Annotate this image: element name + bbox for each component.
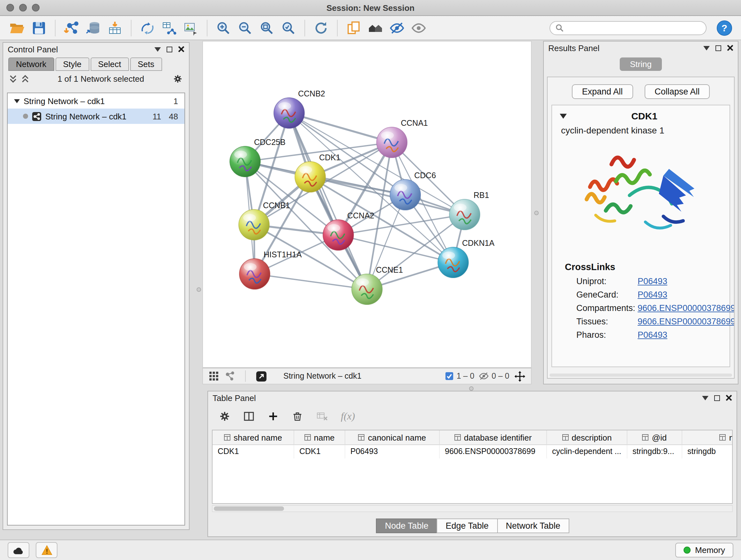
panel-float-icon[interactable] — [166, 46, 172, 52]
panel-menu-icon[interactable] — [154, 47, 161, 51]
copy-document-button[interactable] — [343, 18, 364, 37]
new-network-button[interactable] — [137, 18, 158, 37]
network-edge[interactable] — [255, 274, 367, 289]
help-button[interactable]: ? — [717, 20, 732, 36]
collapse-all-button[interactable]: Collapse All — [644, 84, 710, 99]
selected-checkbox-icon[interactable] — [445, 372, 454, 381]
delete-column-trash-icon[interactable] — [291, 410, 304, 423]
open-session-button[interactable] — [7, 18, 27, 37]
network-node[interactable]: RB1 — [449, 191, 489, 230]
zoom-fit-button[interactable] — [257, 18, 277, 37]
table-cell[interactable]: stringdb:9... — [627, 445, 682, 458]
splitter-handle[interactable] — [197, 287, 201, 292]
grid-view-icon[interactable] — [208, 370, 219, 382]
crosslink-value[interactable]: 9606.ENSP00000378699 — [637, 303, 735, 313]
section-expander-icon[interactable] — [560, 113, 567, 118]
panel-float-icon[interactable] — [716, 45, 721, 51]
show-all-button[interactable] — [408, 18, 429, 37]
column-header[interactable]: canonical name — [345, 430, 440, 445]
panel-float-icon[interactable] — [714, 395, 720, 401]
expand-all-button[interactable]: Expand All — [572, 84, 633, 99]
splitter-handle[interactable] — [469, 386, 474, 391]
function-builder-button[interactable]: f(x) — [341, 411, 355, 422]
network-edge[interactable] — [289, 113, 367, 289]
detach-view-icon[interactable] — [255, 370, 267, 382]
column-header[interactable]: database identifier — [440, 430, 547, 445]
string-tab[interactable]: String — [620, 57, 662, 71]
column-header[interactable]: namespace — [682, 430, 733, 445]
panel-close-icon[interactable] — [178, 46, 185, 52]
table-cell[interactable]: cyclin-dependent ... — [547, 445, 627, 458]
column-header[interactable]: @id — [627, 430, 682, 445]
network-overview-icon[interactable] — [224, 370, 235, 382]
import-network-from-database-button[interactable] — [83, 18, 104, 37]
network-node[interactable]: CCNA1 — [377, 118, 428, 158]
crosslink-value[interactable]: 9606.ENSP00000378699 — [637, 317, 735, 326]
table-cell[interactable]: 9606.ENSP00000378699 — [440, 445, 547, 458]
scrollbar-thumb[interactable] — [214, 506, 284, 511]
options-gear-icon[interactable] — [172, 73, 183, 84]
delete-table-icon[interactable] — [315, 410, 329, 423]
minimize-window-button[interactable] — [19, 4, 27, 11]
tab-sets[interactable]: Sets — [130, 57, 162, 71]
panel-menu-icon[interactable] — [702, 395, 709, 400]
table-horizontal-scrollbar[interactable] — [212, 505, 733, 512]
column-header[interactable]: shared name — [212, 430, 294, 445]
cloud-status-button[interactable] — [8, 542, 29, 558]
network-node[interactable]: HIST1H1A — [239, 250, 302, 289]
zoom-out-button[interactable] — [235, 18, 255, 37]
network-from-table-button[interactable] — [159, 18, 179, 37]
panel-menu-icon[interactable] — [703, 46, 710, 50]
crosslink-value[interactable]: P06493 — [637, 330, 667, 340]
table-cell[interactable]: P06493 — [345, 445, 440, 458]
zoom-window-button[interactable] — [32, 4, 40, 11]
tab-select[interactable]: Select — [90, 57, 129, 71]
tab-network[interactable]: Network — [8, 57, 54, 71]
birds-eye-view-button[interactable] — [365, 18, 386, 37]
search-input[interactable] — [563, 23, 701, 33]
hidden-eye-icon[interactable] — [479, 372, 489, 381]
apply-layout-button[interactable] — [311, 18, 331, 37]
crosslink-value[interactable]: P06493 — [637, 276, 667, 286]
table-cell[interactable]: CDK1 — [212, 445, 294, 458]
search-box[interactable] — [549, 21, 706, 35]
network-node[interactable]: CCNB2 — [274, 89, 325, 128]
table-cell[interactable]: stringdb — [682, 445, 733, 458]
panel-close-icon[interactable] — [727, 45, 733, 51]
tab-edge-table[interactable]: Edge Table — [436, 518, 497, 533]
import-table-button[interactable] — [105, 18, 125, 37]
memory-button[interactable]: Memory — [675, 543, 733, 557]
warnings-button[interactable] — [36, 542, 57, 558]
results-scrollbar[interactable] — [549, 374, 732, 377]
add-column-icon[interactable] — [267, 410, 280, 423]
crosslink-value[interactable]: P06493 — [637, 290, 667, 300]
column-header[interactable]: name — [294, 430, 345, 445]
splitter-handle[interactable] — [534, 211, 539, 215]
tab-style[interactable]: Style — [55, 57, 89, 71]
column-header[interactable]: description — [547, 430, 627, 445]
tree-expander-icon[interactable] — [14, 99, 20, 103]
move-crosshair-icon[interactable] — [514, 370, 526, 382]
network-node[interactable]: CDKN1A — [438, 239, 495, 278]
network-node[interactable]: CDK1 — [295, 153, 340, 192]
network-node[interactable]: CDC6 — [390, 171, 436, 210]
zoom-selected-button[interactable] — [278, 18, 299, 37]
network-collection-row[interactable]: String Network – cdk1 1 — [8, 93, 185, 109]
table-cell[interactable]: CDK1 — [294, 445, 345, 458]
network-view-canvas[interactable]: CCNB2CCNA1CDC25BCDK1CDC6RB1CCNB1CCNA2CDK… — [202, 41, 532, 368]
image-annotation-button[interactable] — [181, 18, 201, 37]
table-row[interactable]: CDK1CDK1P064939606.ENSP00000378699cyclin… — [212, 445, 732, 458]
save-session-button[interactable] — [29, 18, 49, 37]
zoom-in-button[interactable] — [213, 18, 233, 37]
close-window-button[interactable] — [6, 4, 14, 11]
network-row[interactable]: String Network – cdk1 11 48 — [8, 109, 185, 124]
tab-node-table[interactable]: Node Table — [376, 518, 437, 533]
tab-network-table[interactable]: Network Table — [497, 518, 569, 533]
show-columns-icon[interactable] — [243, 410, 255, 423]
expand-all-chevron-icon[interactable] — [9, 75, 17, 83]
table-options-gear-icon[interactable] — [218, 410, 231, 423]
panel-close-icon[interactable] — [726, 395, 732, 401]
hide-selected-button[interactable] — [387, 18, 407, 37]
network-node[interactable]: CCNB1 — [239, 201, 290, 240]
collapse-all-chevron-icon[interactable] — [21, 75, 29, 83]
